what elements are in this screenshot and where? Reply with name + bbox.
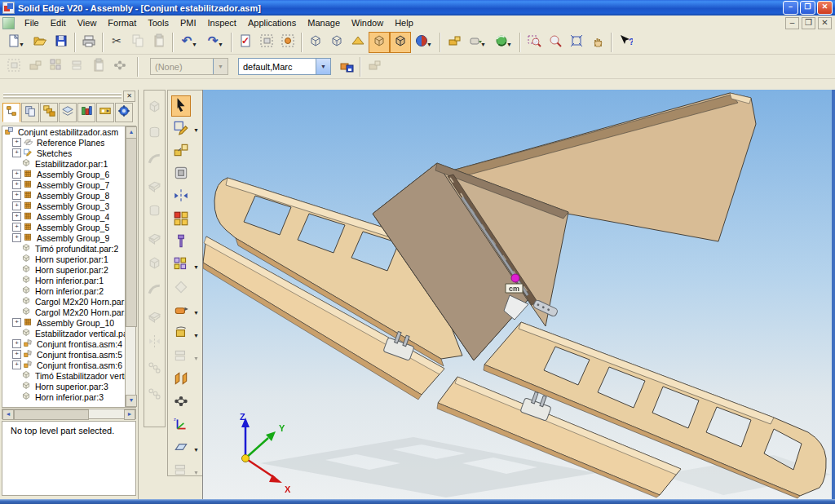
tree-item-label[interactable]: Estabilitzador.par:1	[35, 159, 108, 169]
tree-item-label[interactable]: Assembly Group_3	[37, 201, 109, 211]
menu-window[interactable]: Window	[346, 16, 389, 29]
tree-item[interactable]: +Assembly Group_8	[2, 190, 135, 201]
mdi-close-icon[interactable]: ✕	[818, 17, 832, 29]
tree-item[interactable]: +Assembly Group_3	[2, 201, 135, 211]
pattern-grid-button[interactable]: ▼	[171, 255, 191, 276]
expand-plus-icon[interactable]: +	[12, 148, 21, 157]
tab-alternate-assemblies[interactable]	[40, 103, 58, 122]
menu-format[interactable]: Format	[102, 16, 142, 29]
tree-item[interactable]: +Conjunt frontisa.asm:5	[2, 349, 135, 360]
fit-button[interactable]	[566, 32, 587, 53]
tree-item-label[interactable]: Assembly Group_8	[37, 191, 109, 201]
tree-item-label[interactable]: Horn inferior.par:1	[35, 276, 104, 285]
tree-item-label[interactable]: Cargol M2x20 Horn.par:3	[35, 297, 131, 307]
dropdown-caret-icon[interactable]: ▼	[218, 42, 223, 47]
tree-item-label[interactable]: Timó Estabilitzador vertical.p	[35, 371, 135, 381]
wireframe-button[interactable]	[305, 32, 326, 53]
menu-inspect[interactable]: Inspect	[201, 16, 241, 29]
expand-plus-icon[interactable]: +	[12, 201, 21, 210]
save-button[interactable]	[51, 32, 72, 53]
menu-file[interactable]: File	[19, 16, 45, 29]
zoom-button[interactable]	[545, 32, 566, 53]
tree-item-label[interactable]: Sketches	[37, 148, 72, 158]
shaded-with-edges-button[interactable]	[390, 32, 411, 53]
dropdown-caret-icon[interactable]: ▼	[506, 42, 512, 47]
tree-item[interactable]: Horn inferior.par:2	[2, 285, 135, 296]
activate-part-button[interactable]	[444, 32, 465, 53]
tree-item[interactable]: Horn superior.par:2	[2, 264, 135, 275]
tree-item[interactable]: +Sketches	[2, 148, 135, 158]
tree-horizontal-scrollbar[interactable]: ◄ ►	[2, 409, 136, 419]
menu-tools[interactable]: Tools	[142, 16, 175, 29]
mdi-restore-icon[interactable]: ❐	[802, 17, 815, 29]
tree-item[interactable]: Cargol M2x20 Horn.par:4	[2, 307, 135, 317]
tree-item-label[interactable]: Horn superior.par:1	[35, 254, 108, 264]
pan-button[interactable]	[587, 32, 608, 53]
cut-button[interactable]: ✂	[106, 32, 127, 53]
tree-item-label[interactable]: Assembly Group_4	[37, 212, 109, 222]
view-style-combo[interactable]: default,Marc▼	[238, 58, 331, 75]
rotate-view-button[interactable]: ▼	[491, 32, 512, 53]
scroll-thumb[interactable]	[126, 138, 137, 327]
visible-edges-button[interactable]	[347, 32, 369, 53]
save-configuration-button[interactable]	[336, 56, 357, 77]
rotate-part-button[interactable]: ▼	[171, 324, 191, 345]
tree-item-label[interactable]: Timó profunditat.par:2	[35, 244, 118, 254]
tree-item-label[interactable]: Assembly Group_5	[37, 223, 109, 232]
undo-button[interactable]: ↶▼	[176, 32, 197, 53]
tree-item[interactable]: +Assembly Group_7	[2, 179, 135, 190]
scroll-thumb-h[interactable]	[14, 409, 89, 420]
dropdown-caret-icon[interactable]: ▼	[193, 470, 199, 475]
shaded-button[interactable]	[369, 32, 390, 53]
open-button[interactable]	[29, 32, 51, 53]
dropdown-caret-icon[interactable]: ▼	[193, 333, 199, 338]
expand-plus-icon[interactable]: +	[12, 212, 21, 221]
chevron-down-icon[interactable]: ▼	[316, 59, 330, 74]
expand-plus-icon[interactable]: +	[12, 180, 21, 189]
assemble-button[interactable]	[171, 141, 191, 162]
tree-item[interactable]: Horn inferior.par:3	[2, 391, 135, 402]
tree-item-label[interactable]: Reference Planes	[37, 138, 104, 148]
tree-item-label[interactable]: Conjunt frontisa.asm:6	[37, 360, 122, 370]
tree-item[interactable]: Cargol M2x20 Horn.par:3	[2, 296, 135, 307]
dropdown-caret-icon[interactable]: ▼	[19, 42, 24, 47]
tab-animation-editor[interactable]	[96, 103, 114, 122]
tree-item-label[interactable]: Horn inferior.par:3	[35, 392, 104, 402]
panel-grip[interactable]	[3, 93, 121, 95]
tree-item[interactable]: +Conjunt frontisa.asm:4	[2, 338, 135, 349]
mdi-minimize-icon[interactable]: –	[785, 17, 799, 29]
tree-item-label[interactable]: Horn inferior.par:2	[35, 286, 104, 296]
tree-item-label[interactable]: Assembly Group_6	[37, 170, 109, 179]
dropdown-caret-icon[interactable]: ▼	[426, 42, 432, 47]
tab-layers[interactable]	[59, 103, 77, 122]
select-visible-button[interactable]	[256, 32, 277, 53]
menu-edit[interactable]: Edit	[45, 16, 72, 29]
tree-item-label[interactable]: Assembly Group_10	[37, 318, 114, 328]
expand-plus-icon[interactable]: +	[12, 191, 21, 200]
tab-standard-parts[interactable]	[115, 103, 133, 122]
tree-item-label[interactable]: Conjunt estabilitzador.asm	[18, 127, 118, 137]
new-button[interactable]: ▼	[3, 32, 24, 53]
tree-item[interactable]: Horn superior.par:1	[2, 254, 135, 264]
tree-item[interactable]: +Reference Planes	[2, 137, 135, 148]
tree-root-item[interactable]: Conjunt estabilitzador.asm	[2, 126, 135, 137]
menu-view[interactable]: View	[72, 16, 103, 29]
tree-item[interactable]: +Assembly Group_9	[2, 232, 135, 243]
dropdown-caret-icon[interactable]: ▼	[192, 42, 197, 47]
weldment-button[interactable]	[171, 369, 191, 391]
dropdown-caret-icon[interactable]: ▼	[480, 42, 486, 47]
expand-plus-icon[interactable]: +	[12, 318, 21, 327]
select-overlay-button[interactable]	[277, 32, 298, 53]
scroll-up-icon[interactable]: ▲	[126, 126, 137, 139]
dropdown-caret-icon[interactable]: ▼	[193, 447, 199, 453]
tree-item[interactable]: Horn inferior.par:1	[2, 275, 135, 285]
zoom-area-button[interactable]	[524, 32, 545, 53]
menu-help[interactable]: Help	[389, 16, 419, 29]
dropdown-caret-icon[interactable]: ▼	[193, 264, 199, 270]
tab-assembly-pathfinder[interactable]	[2, 103, 20, 122]
tree-item-label[interactable]: Conjunt frontisa.asm:4	[37, 339, 122, 349]
panel-close-icon[interactable]: ✕	[123, 91, 135, 102]
tree-item[interactable]: +Assembly Group_5	[2, 222, 135, 232]
minimize-icon[interactable]: –	[783, 1, 798, 15]
tree-item[interactable]: Estabilitzador.par:1	[2, 158, 135, 169]
